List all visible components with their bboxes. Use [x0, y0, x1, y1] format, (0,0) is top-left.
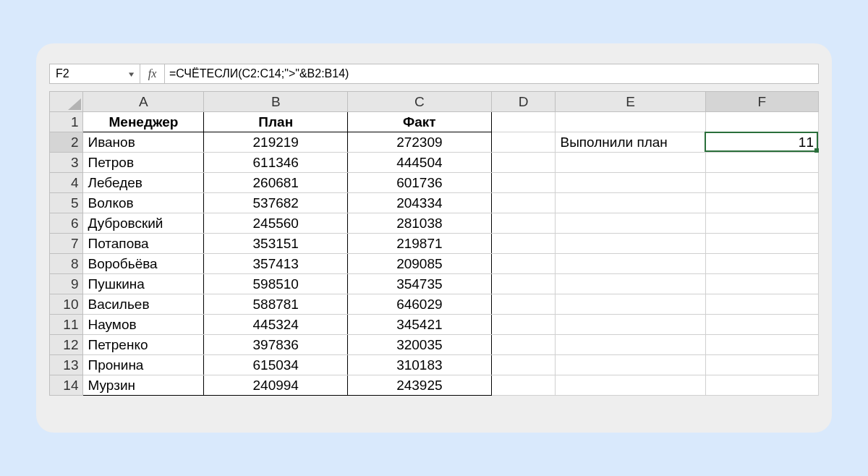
cell[interactable] [556, 254, 705, 274]
cell[interactable] [556, 193, 705, 213]
cell[interactable]: 646029 [348, 294, 492, 315]
row-header[interactable]: 4 [50, 173, 83, 193]
cell[interactable] [491, 375, 556, 396]
cell[interactable] [556, 213, 705, 234]
cell[interactable]: 240994 [204, 375, 348, 396]
cell[interactable]: Петров [83, 153, 204, 173]
cell[interactable] [491, 234, 556, 254]
cell[interactable] [705, 375, 818, 396]
cell[interactable]: 611346 [204, 153, 348, 173]
cell[interactable] [491, 355, 556, 375]
cell[interactable] [556, 274, 705, 294]
cell[interactable] [491, 132, 556, 153]
cell[interactable] [491, 213, 556, 234]
cell[interactable]: Дубровский [83, 213, 204, 234]
cell[interactable] [556, 335, 705, 355]
column-header[interactable]: A [83, 92, 204, 112]
cell[interactable]: 272309 [348, 132, 492, 153]
cell[interactable]: 260681 [204, 173, 348, 193]
cell[interactable]: 310183 [348, 355, 492, 375]
column-header[interactable]: F [705, 92, 818, 112]
cell[interactable]: 209085 [348, 254, 492, 274]
cell[interactable]: 11 [705, 132, 818, 153]
cell[interactable]: 598510 [204, 274, 348, 294]
cell[interactable]: Иванов [83, 132, 204, 153]
spreadsheet-grid[interactable]: ABCDEF 1 Менеджер План Факт 2Иванов21921… [49, 91, 819, 396]
column-header[interactable]: C [348, 92, 492, 112]
cell[interactable] [705, 274, 818, 294]
cell[interactable] [556, 112, 705, 132]
cell[interactable]: 320035 [348, 335, 492, 355]
cell[interactable]: Васильев [83, 294, 204, 315]
cell[interactable] [491, 294, 556, 315]
cell[interactable] [556, 294, 705, 315]
cell[interactable]: Выполнили план [556, 132, 705, 153]
cell[interactable]: 615034 [204, 355, 348, 375]
cell[interactable] [556, 153, 705, 173]
cell[interactable]: 357413 [204, 254, 348, 274]
cell[interactable]: 445324 [204, 315, 348, 335]
cell[interactable]: Менеджер [83, 112, 204, 132]
cell[interactable]: 204334 [348, 193, 492, 213]
row-header[interactable]: 7 [50, 234, 83, 254]
cell[interactable] [705, 112, 818, 132]
cell[interactable] [705, 153, 818, 173]
cell[interactable] [491, 274, 556, 294]
cell[interactable]: Пронина [83, 355, 204, 375]
row-header[interactable]: 13 [50, 355, 83, 375]
cell[interactable] [705, 315, 818, 335]
row-header[interactable]: 2 [50, 132, 83, 153]
cell[interactable] [491, 193, 556, 213]
row-header[interactable]: 12 [50, 335, 83, 355]
row-header[interactable]: 3 [50, 153, 83, 173]
cell[interactable]: 537682 [204, 193, 348, 213]
cell[interactable] [556, 315, 705, 335]
cell[interactable] [491, 315, 556, 335]
cell[interactable]: 219871 [348, 234, 492, 254]
cell[interactable]: Лебедев [83, 173, 204, 193]
cell[interactable]: Петренко [83, 335, 204, 355]
formula-input[interactable]: =СЧЁТЕСЛИ(C2:C14;">"&B2:B14) [165, 64, 818, 83]
cell[interactable]: Волков [83, 193, 204, 213]
row-header[interactable]: 6 [50, 213, 83, 234]
cell[interactable] [705, 193, 818, 213]
cell[interactable]: 281038 [348, 213, 492, 234]
cell[interactable]: План [204, 112, 348, 132]
cell[interactable]: Пушкина [83, 274, 204, 294]
column-header[interactable]: D [491, 92, 556, 112]
column-header[interactable]: B [204, 92, 348, 112]
cell[interactable]: 245560 [204, 213, 348, 234]
cell[interactable]: 588781 [204, 294, 348, 315]
cell[interactable]: 444504 [348, 153, 492, 173]
cell[interactable]: 397836 [204, 335, 348, 355]
name-box[interactable]: F2 ▾ [50, 64, 140, 83]
row-header[interactable]: 1 [50, 112, 83, 132]
cell[interactable] [705, 294, 818, 315]
cell[interactable] [491, 335, 556, 355]
row-header[interactable]: 5 [50, 193, 83, 213]
cell[interactable] [491, 153, 556, 173]
cell[interactable]: Мурзин [83, 375, 204, 396]
cell[interactable] [705, 355, 818, 375]
select-all-corner[interactable] [50, 92, 83, 112]
cell[interactable] [491, 254, 556, 274]
cell[interactable] [491, 112, 556, 132]
cell[interactable] [556, 173, 705, 193]
cell[interactable] [556, 375, 705, 396]
cell[interactable]: 354735 [348, 274, 492, 294]
row-header[interactable]: 9 [50, 274, 83, 294]
cell[interactable]: 353151 [204, 234, 348, 254]
cell[interactable] [491, 173, 556, 193]
cell[interactable] [705, 213, 818, 234]
fx-icon[interactable]: fx [140, 64, 165, 83]
cell[interactable] [705, 335, 818, 355]
cell[interactable] [705, 254, 818, 274]
cell[interactable]: 345421 [348, 315, 492, 335]
row-header[interactable]: 8 [50, 254, 83, 274]
cell[interactable]: Факт [348, 112, 492, 132]
cell[interactable] [705, 234, 818, 254]
cell[interactable]: 243925 [348, 375, 492, 396]
cell[interactable] [556, 355, 705, 375]
cell[interactable]: Наумов [83, 315, 204, 335]
cell[interactable]: Воробьёва [83, 254, 204, 274]
